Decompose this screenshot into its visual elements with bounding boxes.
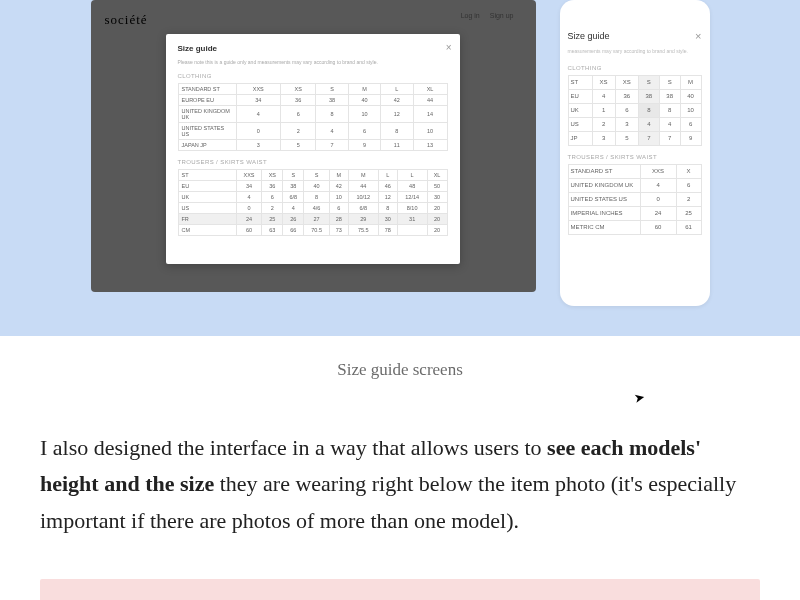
close-icon[interactable]: × (446, 42, 452, 53)
mobile-mock: Size guide × measurements may vary accor… (560, 0, 710, 306)
desktop-mock: société Log in Sign up × Size guide Plea… (91, 0, 536, 292)
section-waist: TROUSERS / SKIRTS WAIST (178, 159, 448, 165)
next-figure-panel (40, 579, 760, 600)
login-link[interactable]: Log in (461, 12, 480, 19)
close-icon[interactable]: × (695, 30, 701, 42)
mobile-title: Size guide (568, 31, 610, 41)
clothing-table: STANDARD STXXSXSSMLXLEUROPE EU3436384042… (178, 83, 448, 151)
brand-logo: société (105, 12, 522, 28)
body-paragraph: I also designed the interface in a way t… (0, 430, 800, 539)
cursor-icon: ➤ (632, 389, 646, 407)
modal-note: Please note this is a guide only and mea… (178, 59, 448, 65)
m-section-waist: TROUSERS / SKIRTS WAIST (568, 154, 702, 160)
signup-link[interactable]: Sign up (490, 12, 514, 19)
modal-title: Size guide (178, 44, 448, 53)
mobile-note: measurements may vary according to brand… (568, 48, 702, 55)
figure-caption: Size guide screens (0, 360, 800, 380)
p-text: I also designed the interface in a way t… (40, 435, 547, 460)
top-nav: Log in Sign up (461, 12, 514, 19)
section-clothing: CLOTHING (178, 73, 448, 79)
m-clothing-table: STXSXSSSMEU436383840UK168810US23446JP357… (568, 75, 702, 146)
m-waist-table: STANDARD STXXSXUNITED KINGDOM UK46UNITED… (568, 164, 702, 235)
m-section-clothing: CLOTHING (568, 65, 702, 71)
waist-table: STXXSXSSSMMLLXLEU343638404244464850UK466… (178, 169, 448, 236)
hero-panel: société Log in Sign up × Size guide Plea… (0, 0, 800, 336)
size-guide-modal: × Size guide Please note this is a guide… (166, 34, 460, 264)
